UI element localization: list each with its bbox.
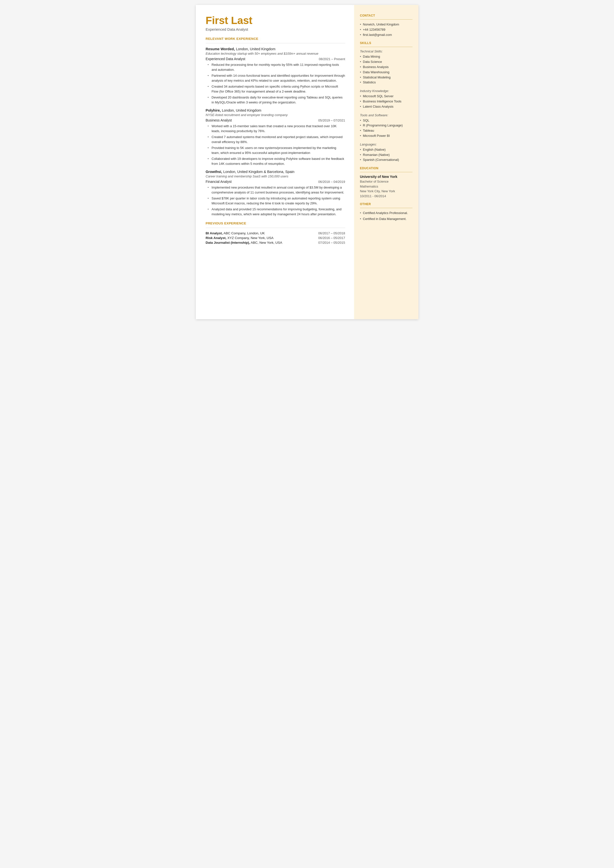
job-3-company-name: Growthsi, <box>206 170 222 174</box>
skill-item: Data Warehousing <box>360 70 412 75</box>
contact-address: Norwich, United Kingdom <box>360 22 412 27</box>
language-item: Romanian (Native) <box>360 152 412 158</box>
skill-item: SQL <box>360 118 412 123</box>
skill-item: Microsoft SQL Server <box>360 94 412 99</box>
technical-skills-list: Data Mining Data Science Business Analys… <box>360 54 412 85</box>
job-3-company-header: Growthsi, London, United Kingdom & Barce… <box>206 169 345 174</box>
other-item-1: Certified Analytics Professional. <box>360 211 412 216</box>
job-2-company-header: Polyhire, London, United Kingdom <box>206 108 345 113</box>
prev-job-2-title-bold: Risk Analyst, <box>206 236 226 240</box>
skill-item: Data Mining <box>360 54 412 59</box>
industry-knowledge-title: Industry Knowledge: <box>360 89 412 93</box>
job-3-title: Financial Analyst <box>206 180 232 183</box>
bullet-item: Created 34 automated reports based on sp… <box>208 84 345 94</box>
job-3-company-desc: Career training and membership SaaS with… <box>206 174 345 178</box>
skill-item: Tableau <box>360 128 412 134</box>
skill-item: Latent Class Analysis <box>360 104 412 109</box>
relevant-work-title: RELEVANT WORK EXPERIENCE <box>206 37 345 40</box>
bullet-item: Analyzed data and provided 15 recommenda… <box>208 207 345 216</box>
languages-list: English (Native) Romanian (Native) Spani… <box>360 147 412 163</box>
skill-item: Business Analysis <box>360 65 412 70</box>
job-1-dates: 08/2021 – Present <box>319 57 345 61</box>
edu-field: Mathematics <box>360 184 412 189</box>
job-1-company-location: London, United Kingdom <box>236 47 276 51</box>
job-2-company-name: Polyhire, <box>206 109 221 112</box>
bullet-item: Developed 20 dashboards daily for execut… <box>208 95 345 105</box>
bullet-item: Implemented new procedures that resulted… <box>208 185 345 195</box>
skill-item: Microsoft Power BI <box>360 134 412 138</box>
other-section-title: OTHER <box>360 202 412 206</box>
skill-item: Business Intelligence Tools <box>360 99 412 104</box>
language-item: English (Native) <box>360 147 412 152</box>
bullet-item: Collaborated with 19 developers to impro… <box>208 156 345 166</box>
candidate-subtitle: Experienced Data Analyst <box>206 27 345 31</box>
previous-exp-title: PREVIOUS EXPERIENCE <box>206 222 345 225</box>
job-3-bullets: Implemented new procedures that resulted… <box>206 185 345 216</box>
job-2-company-desc: NYSE-listed recruitment and employer bra… <box>206 113 345 117</box>
bullet-item: Created 7 automated systems that monitor… <box>208 135 345 144</box>
edu-school-name: University of New York <box>360 175 412 179</box>
edu-degree: Bachelor of Science <box>360 179 412 184</box>
prev-job-3-row: Data Journalist (Internship), ABC, New Y… <box>206 241 345 244</box>
prev-job-3-info: Data Journalist (Internship), ABC, New Y… <box>206 241 282 244</box>
bullet-item: Provided training to 5K users on new sys… <box>208 146 345 155</box>
job-1-bullets: Reduced the processing time for monthly … <box>206 62 345 105</box>
prev-job-1-row: BI Analyst, ABC Company, London, UK 06/2… <box>206 231 345 235</box>
job-2-title: Business Analyst <box>206 118 232 122</box>
contact-section-title: CONTACT <box>360 14 412 17</box>
skill-item: Data Science <box>360 59 412 65</box>
job-1-title: Experienced Data Analyst <box>206 57 245 61</box>
prev-job-1-title-rest: ABC Company, London, UK <box>223 231 265 235</box>
education-section-title: EDUCATION <box>360 166 412 170</box>
job-1-row: Experienced Data Analyst 08/2021 – Prese… <box>206 57 345 61</box>
job-2-row: Business Analyst 05/2019 – 07/2021 <box>206 118 345 122</box>
prev-job-2-dates: 06/2016 – 05/2017 <box>318 236 345 240</box>
skill-item: R (Programming Language) <box>360 123 412 128</box>
skills-section-title: SKILLS <box>360 41 412 45</box>
resume-container: First Last Experienced Data Analyst RELE… <box>196 5 419 319</box>
skill-item: Statistical Modeling <box>360 75 412 80</box>
edu-location: New York City, New York <box>360 189 412 194</box>
prev-job-1-info: BI Analyst, ABC Company, London, UK <box>206 231 265 235</box>
contact-divider <box>360 19 412 20</box>
contact-email: first.last@gmail.com <box>360 33 412 37</box>
prev-job-3-title-rest: ABC, New York, USA <box>250 241 282 244</box>
candidate-name: First Last <box>206 15 345 26</box>
prev-job-2-row: Risk Analyst, XYZ Company, New York, USA… <box>206 236 345 240</box>
prev-job-3-title-bold: Data Journalist (Internship), <box>206 241 250 244</box>
right-column: CONTACT Norwich, United Kingdom +44 1234… <box>354 5 419 319</box>
job-1-company-name: Resume Worded, <box>206 47 235 51</box>
bullet-item: Partnered with 14 cross-functional teams… <box>208 73 345 83</box>
job-3-company-location: London, United Kingdom & Barcelona, Spai… <box>223 170 295 174</box>
contact-phone: +44 123456789 <box>360 27 412 33</box>
contact-list: Norwich, United Kingdom +44 123456789 fi… <box>360 22 412 37</box>
other-item-2: Certified in Data Management. <box>360 216 412 222</box>
job-3-row: Financial Analyst 06/2018 – 04/2019 <box>206 180 345 183</box>
job-2-dates: 05/2019 – 07/2021 <box>318 118 345 122</box>
languages-title: Languages: <box>360 143 412 146</box>
bullet-item: Reduced the processing time for monthly … <box>208 62 345 72</box>
language-item: Spanish (Conversational) <box>360 157 412 163</box>
job-2-company-location: London, United Kingdom <box>222 109 261 112</box>
technical-skills-title: Technical Skills: <box>360 50 412 53</box>
job-3-dates: 06/2018 – 04/2019 <box>318 180 345 183</box>
tools-software-list: SQL R (Programming Language) Tableau Mic… <box>360 118 412 138</box>
bullet-item: Worked with a 15-member sales team that … <box>208 124 345 134</box>
edu-dates: 10/2011 - 06/2014 <box>360 194 412 199</box>
tools-software-title: Tools and Software: <box>360 113 412 117</box>
job-1-company-desc: Education technology startup with 50+ em… <box>206 52 345 56</box>
prev-job-2-info: Risk Analyst, XYZ Company, New York, USA <box>206 236 274 240</box>
left-column: First Last Experienced Data Analyst RELE… <box>196 5 354 319</box>
bullet-item: Saved $78K per quarter in labor costs by… <box>208 196 345 206</box>
prev-job-1-title-bold: BI Analyst, <box>206 231 223 235</box>
prev-job-2-title-rest: XYZ Company, New York, USA <box>226 236 273 240</box>
job-2-bullets: Worked with a 15-member sales team that … <box>206 124 345 166</box>
skill-item: Statistics <box>360 80 412 85</box>
previous-exp-divider <box>206 228 345 228</box>
industry-knowledge-list: Microsoft SQL Server Business Intelligen… <box>360 94 412 109</box>
prev-job-3-dates: 07/2014 – 05/2015 <box>318 241 345 244</box>
prev-job-1-dates: 06/2017 – 05/2018 <box>318 231 345 235</box>
job-1-company-header: Resume Worded, London, United Kingdom <box>206 47 345 51</box>
